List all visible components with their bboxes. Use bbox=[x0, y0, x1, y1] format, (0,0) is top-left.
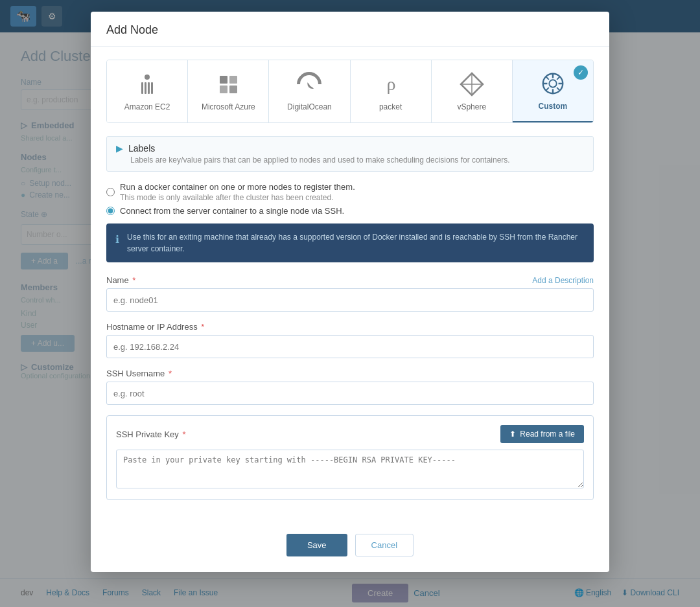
svg-line-10 bbox=[557, 87, 560, 91]
hostname-label-row: Hostname or IP Address * bbox=[106, 322, 594, 332]
name-form-row: Name * Add a Description bbox=[106, 275, 594, 312]
ssh-radio-input[interactable] bbox=[106, 207, 115, 215]
docker-radio-option: Run a docker container on one or more no… bbox=[106, 182, 594, 202]
modal-header: Add Node bbox=[91, 12, 609, 47]
name-input[interactable] bbox=[106, 288, 594, 312]
ssh-username-form-row: SSH Username * bbox=[106, 369, 594, 405]
labels-section: ▶ Labels Labels are key/value pairs that… bbox=[106, 136, 594, 172]
add-node-modal: Add Node Amazon EC2 bbox=[91, 12, 609, 572]
save-button[interactable]: Save bbox=[286, 534, 347, 556]
ssh-radio-label: Connect from the server container to a s… bbox=[120, 206, 344, 216]
tab-custom-label: Custom bbox=[539, 102, 568, 111]
tab-vsphere[interactable]: vSphere bbox=[432, 60, 513, 122]
cancel-button[interactable]: Cancel bbox=[355, 534, 414, 556]
amazon-ec2-icon bbox=[134, 71, 160, 97]
ssh-private-key-section: SSH Private Key * ⬆ Read from a file bbox=[106, 415, 594, 500]
tab-amazon-ec2-label: Amazon EC2 bbox=[124, 102, 170, 111]
ssh-username-input[interactable] bbox=[106, 382, 594, 405]
hostname-form-row: Hostname or IP Address * bbox=[106, 322, 594, 358]
radio-group: Run a docker container on one or more no… bbox=[106, 182, 594, 216]
packet-icon: ρ bbox=[378, 71, 404, 97]
ssh-username-required: * bbox=[169, 369, 172, 378]
vsphere-icon bbox=[459, 71, 485, 97]
hostname-input[interactable] bbox=[106, 335, 594, 358]
docker-radio-label: Run a docker container on one or more no… bbox=[120, 182, 355, 192]
digitalocean-icon bbox=[296, 71, 322, 97]
ssh-key-header: SSH Private Key * ⬆ Read from a file bbox=[116, 425, 584, 443]
name-required: * bbox=[132, 275, 135, 285]
notice-box: ℹ Use this for an exiting machine that a… bbox=[106, 223, 594, 262]
modal-footer: Save Cancel bbox=[91, 526, 609, 572]
custom-icon bbox=[540, 71, 566, 97]
ssh-private-key-textarea[interactable] bbox=[116, 450, 584, 488]
docker-radio-input[interactable] bbox=[106, 188, 115, 196]
ssh-key-label: SSH Private Key bbox=[116, 429, 179, 439]
read-from-file-label: Read from a file bbox=[520, 429, 575, 439]
name-label-row: Name * Add a Description bbox=[106, 275, 594, 285]
modal-body: Amazon EC2 Microsoft Azure bbox=[91, 47, 609, 526]
tab-custom[interactable]: ✓ Custom bbox=[513, 60, 593, 122]
svg-line-12 bbox=[546, 87, 549, 91]
tab-packet-label: packet bbox=[379, 102, 402, 111]
svg-point-4 bbox=[549, 80, 556, 87]
name-label: Name bbox=[106, 275, 129, 285]
hostname-required: * bbox=[201, 322, 204, 332]
labels-description: Labels are key/value pairs that can be a… bbox=[130, 155, 584, 165]
microsoft-azure-icon bbox=[215, 71, 241, 97]
labels-header: ▶ Labels bbox=[116, 143, 584, 154]
ssh-username-label-row: SSH Username * bbox=[106, 369, 594, 378]
docker-radio-sublabel: This mode is only available after the cl… bbox=[120, 193, 355, 202]
notice-text: Use this for an exiting machine that alr… bbox=[127, 231, 585, 255]
upload-icon: ⬆ bbox=[509, 429, 516, 439]
tab-microsoft-azure-label: Microsoft Azure bbox=[202, 102, 255, 111]
ssh-username-label: SSH Username bbox=[106, 369, 165, 378]
hostname-label: Hostname or IP Address bbox=[106, 322, 198, 332]
labels-title: Labels bbox=[128, 143, 155, 154]
tab-packet[interactable]: ρ packet bbox=[351, 60, 432, 122]
svg-line-11 bbox=[557, 76, 560, 80]
read-from-file-button[interactable]: ⬆ Read from a file bbox=[500, 425, 584, 443]
ssh-key-required: * bbox=[182, 429, 185, 439]
tab-digitalocean-label: DigitalOcean bbox=[287, 102, 332, 111]
ssh-radio-option: Connect from the server container to a s… bbox=[106, 206, 594, 216]
svg-line-9 bbox=[546, 76, 549, 80]
tab-amazon-ec2[interactable]: Amazon EC2 bbox=[107, 60, 188, 122]
info-icon: ℹ bbox=[115, 232, 119, 247]
modal-title: Add Node bbox=[106, 23, 594, 37]
provider-tabs: Amazon EC2 Microsoft Azure bbox=[106, 60, 594, 123]
custom-check-badge: ✓ bbox=[574, 65, 588, 80]
tab-digitalocean[interactable]: DigitalOcean bbox=[269, 60, 350, 122]
tab-vsphere-label: vSphere bbox=[457, 102, 486, 111]
tab-microsoft-azure[interactable]: Microsoft Azure bbox=[188, 60, 269, 122]
add-description-link[interactable]: Add a Description bbox=[532, 276, 594, 285]
labels-toggle-icon[interactable]: ▶ bbox=[116, 143, 123, 154]
